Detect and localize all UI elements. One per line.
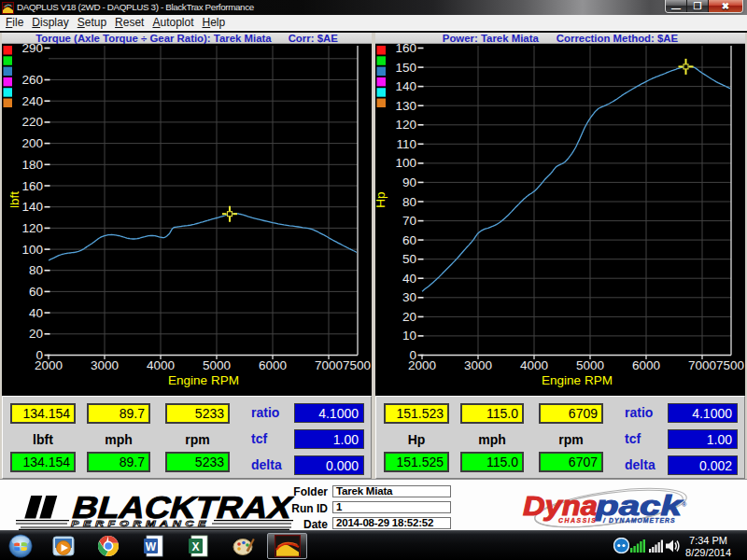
svg-text:110: 110 [396,137,416,151]
svg-text:/ DYNAMOMETERS: / DYNAMOMETERS [602,517,676,524]
svg-text:Hp: Hp [375,191,388,207]
svg-text:140: 140 [395,79,416,93]
svg-text:Engine RPM: Engine RPM [542,373,613,387]
svg-text:0: 0 [409,348,416,362]
svg-text:20: 20 [29,327,43,341]
svg-text:140: 140 [21,200,43,214]
svg-text:6000: 6000 [632,358,660,372]
svg-text:pack: pack [595,491,684,521]
svg-text:50: 50 [402,252,416,266]
svg-text:X: X [191,540,199,553]
svg-text:80: 80 [402,195,416,209]
svg-text:120: 120 [21,221,43,235]
svg-text:100: 100 [21,243,43,257]
svg-text:CHASSIS: CHASSIS [558,517,597,524]
svg-text:4000: 4000 [520,358,548,372]
svg-text:7000: 7000 [315,358,343,372]
svg-text:lbft: lbft [7,191,21,208]
svg-text:130: 130 [395,99,416,113]
svg-text:40: 40 [402,272,416,286]
svg-text:5000: 5000 [203,358,231,372]
svg-text:3000: 3000 [464,358,492,372]
svg-text:7000: 7000 [688,358,716,372]
svg-text:10: 10 [402,329,416,343]
svg-text:5000: 5000 [576,358,604,372]
svg-text:160: 160 [395,44,416,55]
svg-text:60: 60 [402,233,416,247]
svg-text:120: 120 [395,118,416,132]
svg-text:100: 100 [395,156,416,170]
svg-text:®: ® [682,501,687,508]
svg-text:220: 220 [21,115,43,129]
svg-text:70: 70 [402,214,416,228]
svg-text:40: 40 [29,306,43,320]
svg-text:290: 290 [21,44,43,55]
svg-text:Engine RPM: Engine RPM [168,373,239,387]
svg-text:3000: 3000 [91,358,119,372]
svg-text:6000: 6000 [259,358,287,372]
svg-text:20: 20 [402,310,416,324]
svg-text:90: 90 [402,175,416,189]
svg-text:260: 260 [21,73,43,87]
svg-text:4000: 4000 [147,358,175,372]
svg-text:180: 180 [21,158,43,172]
svg-text:240: 240 [21,94,43,108]
svg-text:Dyna: Dyna [523,491,598,521]
svg-text:150: 150 [395,61,416,75]
svg-text:W: W [146,540,157,553]
svg-text:0: 0 [35,348,43,362]
svg-text:200: 200 [21,136,43,150]
svg-text:80: 80 [29,263,43,277]
svg-text:160: 160 [21,179,43,193]
svg-text:30: 30 [402,290,416,304]
svg-text:7500: 7500 [716,358,744,372]
svg-text:60: 60 [29,285,43,299]
svg-text:PERFORMANCE: PERFORMANCE [71,518,210,528]
svg-text:7500: 7500 [343,358,371,372]
